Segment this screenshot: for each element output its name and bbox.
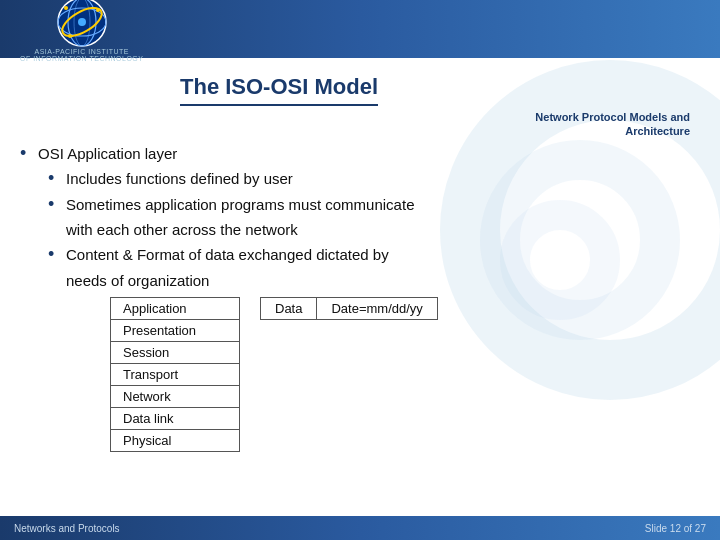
osi-layer-cell: Presentation: [111, 319, 240, 341]
osi-layer-row: Presentation: [111, 319, 240, 341]
osi-layer-row: Physical: [111, 429, 240, 451]
osi-layer-cell: Transport: [111, 363, 240, 385]
apiit-logo-icon: [56, 0, 108, 48]
bullet-dot-1: •: [20, 143, 38, 165]
osi-layer-row: Network: [111, 385, 240, 407]
sub-bullet-2-text: Sometimes application programs must comm…: [66, 194, 414, 215]
slide-title: The ISO-OSI Model: [180, 66, 378, 106]
sub-bullet-1: • Includes functions defined by user: [48, 168, 700, 190]
svg-point-6: [64, 6, 68, 10]
sub-bullet-dot-1: •: [48, 168, 66, 190]
osi-layer-cell: Physical: [111, 429, 240, 451]
logo-area: ASIA-PACIFIC INSTITUTEOF INFORMATION TEC…: [20, 0, 143, 62]
data-date-table: Data Date=mm/dd/yy: [260, 297, 438, 320]
main-bullet-1-text: OSI Application layer: [38, 143, 177, 164]
osi-layer-cell: Application: [111, 297, 240, 319]
sub-bullet-3-text: Content & Format of data exchanged dicta…: [66, 244, 389, 265]
osi-layer-row: Application: [111, 297, 240, 319]
footer-left-text: Networks and Protocols: [14, 523, 120, 534]
sub-bullet-3: • Content & Format of data exchanged dic…: [48, 244, 700, 266]
sub-bullet-dot-2: •: [48, 194, 66, 216]
sub-bullet-3-continuation: needs of organization: [66, 270, 700, 291]
data-header-cell: Data: [261, 297, 317, 319]
main-bullet-1: • OSI Application layer: [20, 143, 700, 165]
osi-layer-row: Transport: [111, 363, 240, 385]
osi-layer-row: Data link: [111, 407, 240, 429]
osi-layers-table: ApplicationPresentationSessionTransportN…: [110, 297, 240, 452]
svg-point-7: [96, 8, 100, 12]
svg-point-8: [68, 34, 72, 38]
data-row: Data Date=mm/dd/yy: [261, 297, 438, 319]
osi-layer-cell: Session: [111, 341, 240, 363]
subtitle-line2: Architecture: [0, 124, 690, 138]
osi-layer-cell: Network: [111, 385, 240, 407]
osi-layer-cell: Data link: [111, 407, 240, 429]
subtitle-line1: Network Protocol Models and: [0, 110, 690, 124]
header-bar: ASIA-PACIFIC INSTITUTEOF INFORMATION TEC…: [0, 0, 720, 58]
table-area: ApplicationPresentationSessionTransportN…: [110, 297, 700, 452]
footer: Networks and Protocols Slide 12 of 27: [0, 516, 720, 540]
sub-bullet-dot-3: •: [48, 244, 66, 266]
data-value-cell: Date=mm/dd/yy: [317, 297, 437, 319]
sub-bullet-2-continuation: with each other across the network: [66, 219, 700, 240]
sub-bullet-1-text: Includes functions defined by user: [66, 168, 293, 189]
osi-layer-row: Session: [111, 341, 240, 363]
svg-point-5: [78, 18, 86, 26]
footer-right-text: Slide 12 of 27: [645, 523, 706, 534]
sub-bullet-2: • Sometimes application programs must co…: [48, 194, 700, 216]
